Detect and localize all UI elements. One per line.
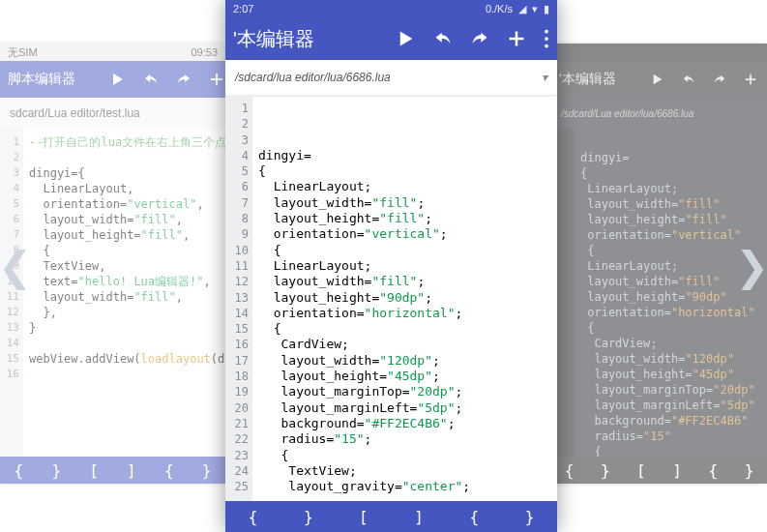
add-icon[interactable] (209, 72, 224, 87)
add-icon[interactable] (507, 29, 526, 48)
symbol-key[interactable]: ] (392, 508, 447, 526)
symbol-key[interactable]: [ (336, 508, 391, 526)
svg-point-4 (545, 37, 548, 41)
code-editor[interactable]: 12345678910111213141516 --打开自己的lua文件在右上角… (0, 129, 225, 457)
dropdown-icon[interactable]: ▾ (542, 71, 547, 84)
symbol-bar[interactable]: {}[]{} (0, 457, 225, 484)
symbol-key[interactable]: { (150, 461, 188, 480)
undo-icon[interactable] (143, 72, 159, 87)
code-editor[interactable]: dingyi={ LinearLayout; layout_width="fil… (551, 129, 767, 457)
play-icon[interactable] (110, 72, 126, 87)
status-time: 09:53 (191, 46, 218, 58)
symbol-key[interactable]: } (587, 461, 623, 480)
toolbar: 脚本编辑器 (0, 61, 225, 98)
toolbar: '本编辑器 (225, 17, 557, 60)
add-icon[interactable] (744, 73, 757, 86)
symbol-key[interactable]: { (447, 508, 502, 526)
symbol-key[interactable]: ] (660, 461, 695, 480)
symbol-key[interactable]: } (502, 508, 557, 526)
undo-icon[interactable] (433, 29, 453, 48)
play-icon[interactable] (651, 73, 664, 86)
app-title: 脚本编辑器 (8, 71, 75, 88)
symbol-key[interactable]: [ (623, 461, 659, 480)
app-title: '本编辑器 (233, 26, 314, 52)
symbol-key[interactable]: ] (112, 461, 150, 480)
code-editor[interactable]: 1234567891011121314151617181920212223242… (225, 95, 557, 501)
redo-icon[interactable] (176, 72, 192, 87)
symbol-key[interactable]: } (188, 461, 225, 480)
status-net: 0./K/s (486, 3, 513, 15)
status-time: 2:07 (233, 3, 253, 15)
carousel-prev[interactable]: ❮ (0, 243, 32, 290)
svg-point-5 (545, 44, 548, 48)
statusbar: 2:07 0./K/s ◢ ▾ ▮ (225, 0, 557, 17)
redo-icon[interactable] (713, 73, 726, 86)
toolbar: '本编辑器 (551, 61, 767, 98)
symbol-key[interactable]: } (38, 461, 75, 480)
statusbar: 无SIM 09:53 (0, 44, 225, 61)
pathbar[interactable]: /sdcard/Lua editor/lua/6686.lua (551, 98, 767, 129)
wifi-icon: ▾ (532, 3, 538, 15)
signal-icon: ◢ (518, 3, 526, 15)
redo-icon[interactable] (470, 29, 489, 48)
symbol-bar[interactable]: {}[]{} (225, 501, 557, 532)
battery-icon: ▮ (544, 3, 549, 15)
symbol-key[interactable]: } (280, 508, 336, 526)
file-path: /sdcard/lua editor/lua/6686.lua (235, 71, 542, 84)
symbol-key[interactable]: [ (75, 461, 113, 480)
statusbar (551, 44, 767, 61)
file-path: sdcard/Lua editor/test.lua (10, 106, 216, 120)
symbol-key[interactable]: } (731, 461, 767, 480)
symbol-bar[interactable]: {}[]{} (551, 457, 767, 484)
svg-point-3 (545, 30, 548, 34)
status-sim: 无SIM (8, 45, 38, 60)
symbol-key[interactable]: { (225, 508, 280, 526)
screenshot-light: 无SIM 09:53 脚本编辑器 sdcard/Lua editor/test.… (0, 44, 225, 484)
carousel-next[interactable]: ❯ (735, 243, 767, 290)
screenshot-active: 2:07 0./K/s ◢ ▾ ▮ '本编辑器 /sdcard/lua edit… (225, 0, 557, 532)
symbol-key[interactable]: { (0, 461, 38, 480)
app-title: '本编辑器 (559, 71, 616, 88)
play-icon[interactable] (397, 29, 416, 48)
file-path: /sdcard/Lua editor/lua/6686.lua (561, 108, 757, 119)
pathbar[interactable]: /sdcard/lua editor/lua/6686.lua ▾ (225, 60, 557, 95)
more-icon[interactable] (544, 29, 549, 48)
undo-icon[interactable] (682, 73, 695, 86)
symbol-key[interactable]: { (695, 461, 731, 480)
pathbar[interactable]: sdcard/Lua editor/test.lua (0, 98, 225, 129)
